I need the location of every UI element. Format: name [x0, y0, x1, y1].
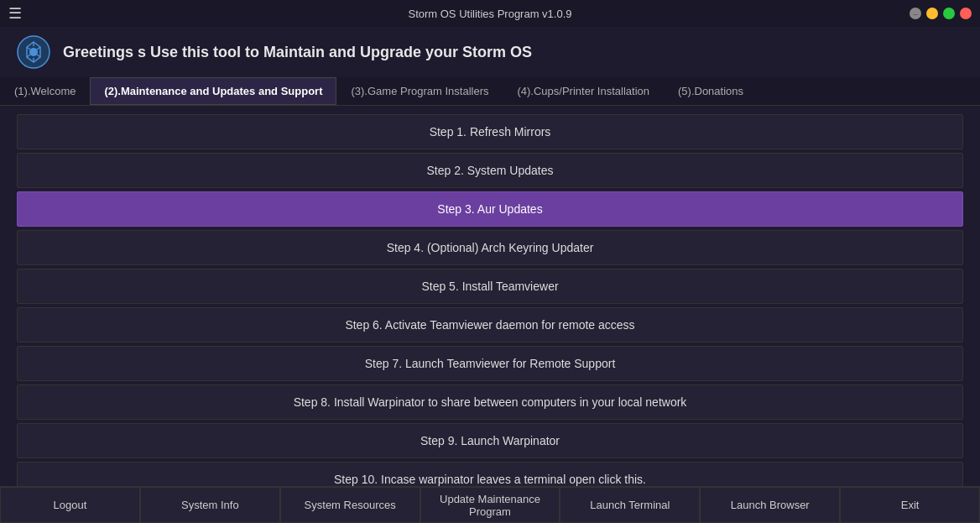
step5-button[interactable]: Step 5. Install Teamviewer [17, 269, 963, 304]
exit-button[interactable]: Exit [840, 487, 980, 523]
minimize-button[interactable]: – [910, 8, 921, 19]
launch-terminal-button[interactable]: Launch Terminal [560, 487, 700, 523]
tab-bar: (1).Welcome (2).Maintenance and Updates … [0, 77, 980, 106]
main-content: Step 1. Refresh Mirrors Step 2. System U… [0, 106, 980, 486]
header-greeting: Greetings s Use this tool to Maintain an… [63, 44, 532, 61]
launch-browser-button[interactable]: Launch Browser [700, 487, 840, 523]
step6-button[interactable]: Step 6. Activate Teamviewer daemon for r… [17, 307, 963, 343]
step10-button[interactable]: Step 10. Incase warpinator leaves a term… [17, 462, 963, 486]
update-maintenance-button[interactable]: Update Maintenance Program [420, 487, 560, 523]
tab-welcome[interactable]: (1).Welcome [0, 77, 90, 105]
step7-button[interactable]: Step 7. Launch Teamviewer for Remote Sup… [17, 346, 963, 381]
step4-button[interactable]: Step 4. (Optional) Arch Keyring Updater [17, 230, 963, 265]
tab-maintenance[interactable]: (2).Maintenance and Updates and Support [90, 77, 336, 105]
close-button[interactable] [960, 8, 972, 19]
tab-cups[interactable]: (4).Cups/Printer Installation [503, 77, 664, 105]
system-info-button[interactable]: System Info [140, 487, 280, 523]
system-resources-button[interactable]: System Resources [280, 487, 420, 523]
window-controls: – [910, 8, 972, 19]
maximize-button[interactable] [926, 8, 938, 19]
step2-button[interactable]: Step 2. System Updates [17, 153, 963, 188]
titlebar: ☰ Storm OS Utilities Program v1.0.9 – [0, 0, 980, 27]
tab-games[interactable]: (3).Game Program Installers [336, 77, 503, 105]
tab-donations[interactable]: (5).Donations [664, 77, 758, 105]
step1-button[interactable]: Step 1. Refresh Mirrors [17, 114, 963, 149]
menu-icon[interactable]: ☰ [8, 4, 22, 23]
app-logo [17, 35, 50, 69]
svg-point-1 [29, 48, 38, 56]
header: Greetings s Use this tool to Maintain an… [0, 27, 980, 77]
step8-button[interactable]: Step 8. Install Warpinator to share betw… [17, 384, 963, 420]
step3-button[interactable]: Step 3. Aur Updates [17, 191, 963, 227]
bottom-bar: Logout System Info System Resources Upda… [0, 486, 980, 523]
step9-button[interactable]: Step 9. Launch Warpinator [17, 423, 963, 458]
window-title: Storm OS Utilities Program v1.0.9 [408, 8, 571, 20]
logout-button[interactable]: Logout [0, 487, 140, 523]
fullscreen-button[interactable] [943, 8, 955, 19]
